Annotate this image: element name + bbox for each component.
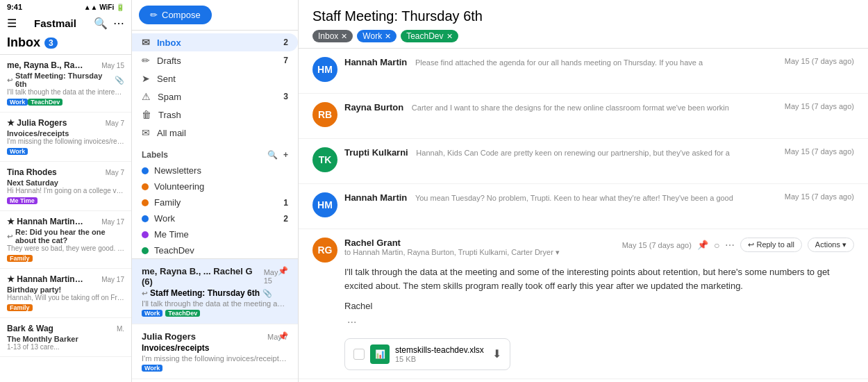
mobile-search-icon[interactable]: 🔍 bbox=[94, 17, 108, 30]
actions-btn[interactable]: Actions ▾ bbox=[808, 238, 854, 252]
sidebar-item-all-mail[interactable]: ✉ All mail bbox=[132, 124, 298, 142]
thread-to: to Hannah Martin, Rayna Burton, Trupti K… bbox=[344, 248, 615, 257]
label-dot bbox=[142, 167, 149, 174]
detail-tags: Inbox✕Work✕TeachDev✕ bbox=[312, 30, 854, 42]
label-add-icon[interactable]: + bbox=[283, 150, 288, 160]
attach-size: 15 KB bbox=[395, 355, 484, 363]
thread-meta: Rachel Grant to Hannah Martin, Rayna Bur… bbox=[344, 238, 615, 257]
mobile-email-item[interactable]: ★ Julia Rogers May 7 Invoices/receipts I… bbox=[0, 113, 131, 162]
nav-icon: ✏ bbox=[142, 55, 150, 66]
sidebar-item-drafts[interactable]: ✏ Drafts 7 bbox=[132, 51, 298, 69]
detail-tag-work: Work✕ bbox=[357, 30, 397, 42]
sidebar-item-sent[interactable]: ➤ Sent bbox=[132, 69, 298, 88]
thread-signature: Rachel bbox=[344, 299, 854, 313]
mid-email-item[interactable]: Tina Rhodes May 7 Next Saturday Hi Hanna… bbox=[132, 379, 298, 382]
hamburger-icon[interactable]: ☰ bbox=[7, 17, 17, 30]
detail-tag-close[interactable]: ✕ bbox=[385, 32, 391, 41]
attachment-card[interactable]: 📊 stemskills-teachdev.xlsx 15 KB ⬇ bbox=[344, 338, 510, 370]
pinned-icon: 📌 bbox=[697, 240, 708, 250]
label-item-teachdev[interactable]: TeachDev bbox=[132, 242, 298, 258]
mobile-email-item[interactable]: Tina Rhodes May 7 Next Saturday Hi Hanna… bbox=[0, 162, 131, 211]
compose-button[interactable]: ✏ Compose bbox=[139, 6, 212, 24]
nav-sidebar: ✉ Inbox 2 ✏ Drafts 7 ➤ Sent ⚠ Spam 3 🗑 T… bbox=[132, 31, 298, 144]
nav-icon: 🗑 bbox=[142, 109, 151, 120]
label-item-work[interactable]: Work 2 bbox=[132, 210, 298, 226]
mobile-more-icon[interactable]: ⋯ bbox=[113, 17, 124, 30]
reply-icon: ↩ bbox=[142, 290, 147, 297]
expand-dots[interactable]: ··· bbox=[344, 313, 854, 331]
avatar: TK bbox=[312, 147, 337, 172]
thread-message-header: RG Rachel Grant to Hannah Martin, Rayna … bbox=[312, 238, 854, 263]
thread-preview: Hannah, Kids Can Code are pretty keen on… bbox=[416, 149, 730, 157]
mid-email-list: me, Rayna B., ... Rachel G (6) May 15 ↩ … bbox=[132, 258, 298, 382]
label-dot bbox=[142, 215, 149, 222]
detail-tag-close[interactable]: ✕ bbox=[446, 32, 453, 41]
thread-message-header: HM Hannah Martin Please find attached th… bbox=[312, 57, 854, 82]
mobile-status-bar: 9:41 ▲▲ WiFi 🔋 bbox=[0, 0, 131, 14]
nav-label: Drafts bbox=[157, 56, 181, 66]
attachment-area: 📊 stemskills-teachdev.xlsx 15 KB ⬇ bbox=[344, 338, 854, 370]
sidebar-item-inbox[interactable]: ✉ Inbox 2 bbox=[132, 33, 298, 51]
nav-badge: 2 bbox=[283, 38, 288, 47]
thread-preview: Carter and I want to share the designs f… bbox=[412, 103, 729, 112]
thread-date: May 15 (7 days ago) bbox=[785, 192, 854, 201]
email-subject: Staff Meeting: Thursday 6th bbox=[150, 288, 260, 298]
sidebar-item-trash[interactable]: 🗑 Trash bbox=[132, 106, 298, 124]
compose-bar: ✏ Compose bbox=[132, 0, 298, 31]
mobile-email-item[interactable]: me, Rayna B., Rachel G (6) May 15 ↩ Staf… bbox=[0, 55, 131, 113]
nav-badge: 7 bbox=[283, 56, 288, 65]
labels-list: Newsletters Volunteering Family 1 Work 2… bbox=[132, 163, 298, 258]
detail-tag-label: TeachDev bbox=[406, 31, 443, 41]
reply-all-btn[interactable]: ↩ Reply to all bbox=[740, 238, 801, 252]
thread-message-header: TK Trupti Kulkarni Hannah, Kids Can Code… bbox=[312, 147, 854, 172]
thread-more-btn[interactable]: ⋯ bbox=[725, 240, 735, 251]
label-search-icon[interactable]: 🔍 bbox=[267, 150, 278, 160]
thread-sender: Hannah Martin bbox=[344, 192, 407, 203]
mid-email-item[interactable]: me, Rayna B., ... Rachel G (6) May 15 ↩ … bbox=[132, 259, 298, 324]
mobile-signal-icons: ▲▲ WiFi 🔋 bbox=[84, 3, 124, 11]
mobile-email-list: me, Rayna B., Rachel G (6) May 15 ↩ Staf… bbox=[0, 54, 131, 382]
label-count: 2 bbox=[283, 214, 288, 224]
pin-icon: 📌 bbox=[278, 331, 288, 341]
tag-badge: TeachDev bbox=[165, 310, 200, 317]
thread-sender: Hannah Martin bbox=[344, 57, 407, 67]
detail-tag-close[interactable]: ✕ bbox=[341, 32, 347, 41]
compose-label: Compose bbox=[162, 10, 201, 20]
avatar: RG bbox=[312, 238, 337, 263]
email-preview: I'm missing the following invoices/recei… bbox=[142, 354, 288, 363]
nav-icon: ✉ bbox=[142, 37, 150, 48]
nav-icon: ⚠ bbox=[142, 91, 151, 102]
thread-body: I'll talk through the data at the meetin… bbox=[344, 265, 854, 313]
mid-email-item[interactable]: Julia Rogers May 7 Invoices/receipts I'm… bbox=[132, 324, 298, 379]
download-icon[interactable]: ⬇ bbox=[492, 347, 501, 360]
mobile-email-item[interactable]: ★ Hannah Martin, Mom (4) May 17 ↩ Re: Di… bbox=[0, 211, 131, 269]
detail-tag-label: Work bbox=[362, 31, 382, 41]
label-item-volunteering[interactable]: Volunteering bbox=[132, 178, 298, 194]
label-count: 1 bbox=[283, 198, 288, 208]
attach-name: stemskills-teachdev.xlsx bbox=[395, 345, 484, 355]
mobile-email-item[interactable]: ★ Hannah Martin, Mom (4) May 17 Birthday… bbox=[0, 269, 131, 318]
thread-message-header: RB Rayna Burton Carter and I want to sha… bbox=[312, 102, 854, 127]
mobile-inbox-badge: 3 bbox=[44, 38, 58, 49]
mobile-time: 9:41 bbox=[7, 3, 22, 11]
mobile-email-item[interactable]: Bark & Wag M. The Monthly Barker 1-13 of… bbox=[0, 318, 131, 357]
mobile-app-title: Fastmail bbox=[34, 17, 76, 29]
sidebar-item-spam[interactable]: ⚠ Spam 3 bbox=[132, 88, 298, 106]
label-item-family[interactable]: Family 1 bbox=[132, 194, 298, 210]
email-tags: Work bbox=[142, 365, 288, 372]
mobile-panel: 9:41 ▲▲ WiFi 🔋 ☰ Fastmail 🔍 ⋯ Inbox 3 me… bbox=[0, 0, 132, 382]
detail-header: Staff Meeting: Thursday 6th Inbox✕Work✕T… bbox=[299, 0, 868, 49]
thread-date: May 15 (7 days ago) bbox=[622, 241, 692, 249]
nav-icon: ➤ bbox=[142, 73, 150, 84]
mobile-inbox-label: Inbox bbox=[7, 35, 40, 50]
email-subject: Invoices/receipts bbox=[142, 343, 209, 353]
email-thread: HM Hannah Martin Please find attached th… bbox=[299, 49, 868, 382]
thread-preview: You mean Tuesday? No problem, Trupti. Ke… bbox=[415, 194, 733, 202]
thread-message-header: HM Hannah Martin You mean Tuesday? No pr… bbox=[312, 192, 854, 217]
label-item-newsletters[interactable]: Newsletters bbox=[132, 163, 298, 178]
attach-type-icon: 📊 bbox=[370, 344, 390, 364]
thread-circle-btn[interactable]: ○ bbox=[714, 240, 719, 251]
attach-checkbox[interactable] bbox=[353, 349, 365, 360]
label-item-me-time[interactable]: Me Time bbox=[132, 226, 298, 242]
thread-date: May 15 (7 days ago) bbox=[785, 57, 854, 65]
